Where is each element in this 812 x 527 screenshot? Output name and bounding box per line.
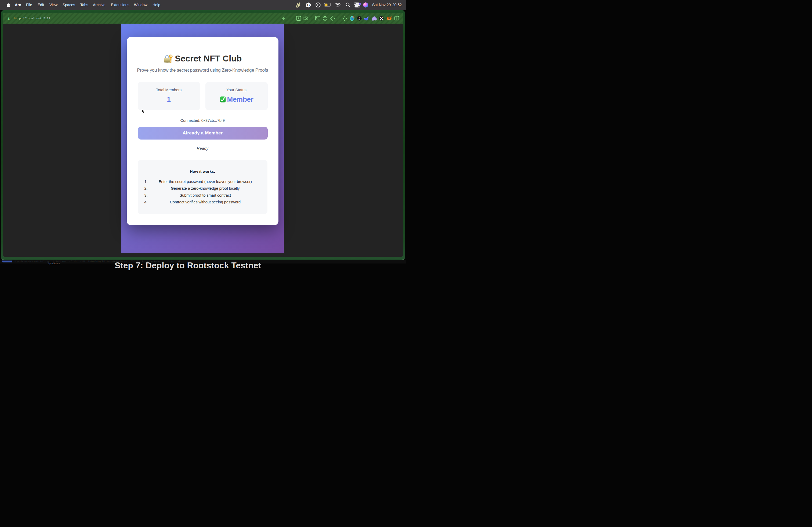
svg-text:L: L	[358, 17, 360, 20]
svg-text:G: G	[307, 3, 310, 7]
